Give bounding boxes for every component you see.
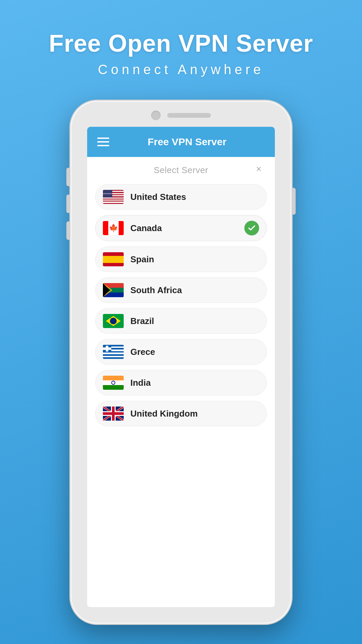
server-item-ca[interactable]: 🍁 Canada — [95, 215, 267, 241]
app-screen: Free VPN Server Select Server × — [87, 127, 275, 607]
server-item-za[interactable]: South Africa — [95, 277, 267, 303]
server-item-gb[interactable]: United Kingdom — [95, 401, 267, 426]
flag-in — [103, 376, 124, 390]
server-select-dialog: Select Server × — [87, 157, 275, 607]
phone-top-bar — [70, 101, 292, 120]
flag-us: ★★★★★★★★★★★★★★★★★★★★★★★★★★★★★★★★★★★★★★★★… — [103, 190, 124, 204]
flag-gr — [103, 345, 124, 359]
svg-rect-8 — [106, 346, 108, 352]
flag-gb — [103, 407, 124, 421]
server-name-in: India — [130, 378, 259, 388]
phone-camera — [151, 111, 161, 120]
flag-ca: 🍁 — [103, 221, 124, 235]
server-name-es: Spain — [130, 254, 259, 265]
menu-button[interactable] — [97, 138, 109, 146]
server-item-gr[interactable]: Grece — [95, 339, 267, 365]
dialog-title: Select Server — [154, 165, 208, 175]
server-name-gr: Grece — [130, 347, 259, 357]
server-name-ca: Canada — [130, 223, 238, 233]
server-name-us: United States — [130, 192, 259, 202]
page-background: Free Open VPN Server Connect Anywhere Fr… — [0, 0, 362, 644]
page-subtitle: Connect Anywhere — [49, 62, 313, 77]
server-item-in[interactable]: India — [95, 370, 267, 395]
flag-es — [103, 252, 124, 266]
flag-za — [103, 283, 124, 297]
server-name-br: Brazil — [130, 316, 259, 326]
server-item-us[interactable]: ★★★★★★★★★★★★★★★★★★★★★★★★★★★★★★★★★★★★★★★★… — [95, 184, 267, 210]
phone-speaker — [167, 113, 211, 118]
app-topbar: Free VPN Server — [87, 127, 275, 157]
page-title: Free Open VPN Server — [49, 30, 313, 57]
selected-check-ca — [244, 221, 259, 235]
server-item-es[interactable]: Spain — [95, 247, 267, 272]
phone-frame: Free VPN Server Select Server × — [70, 101, 292, 624]
server-list: ★★★★★★★★★★★★★★★★★★★★★★★★★★★★★★★★★★★★★★★★… — [87, 181, 275, 607]
flag-br — [103, 314, 124, 328]
close-button[interactable]: × — [253, 163, 265, 175]
dialog-header: Select Server × — [87, 157, 275, 181]
server-name-za: South Africa — [130, 285, 259, 296]
server-item-br[interactable]: Brazil — [95, 308, 267, 334]
app-title: Free VPN Server — [109, 136, 265, 148]
server-name-gb: United Kingdom — [130, 409, 259, 419]
header-section: Free Open VPN Server Connect Anywhere — [49, 30, 313, 77]
